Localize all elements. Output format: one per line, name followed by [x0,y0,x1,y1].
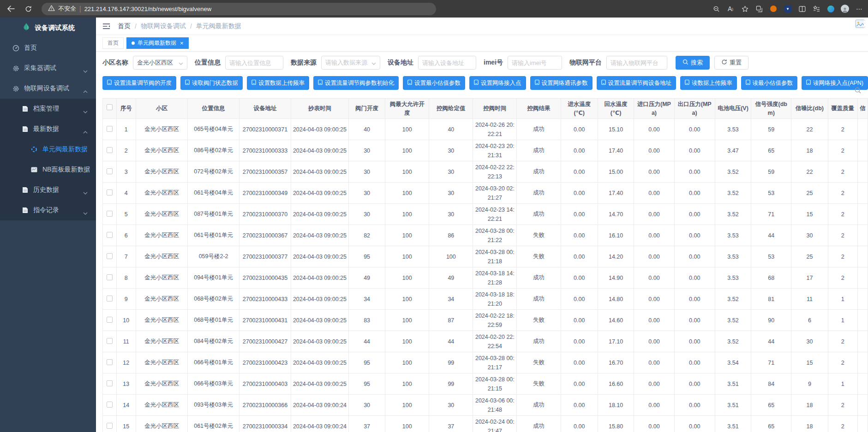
breadcrumb: 首页 / 物联网设备调试 / 单元阀最新数据 [118,22,241,30]
document-icon [21,125,29,133]
table-cell: 2024-04-03 09:00:25 [291,373,348,395]
action-button[interactable]: 设置流量调节阀设备地址 [597,76,676,90]
table-cell: 0.00 [561,183,598,204]
refresh-icon[interactable] [21,2,35,16]
copilot-icon[interactable] [826,5,835,13]
action-button[interactable]: 读最小估值参数 [741,76,798,90]
sidebar-item-unit-valve-latest[interactable]: 单元阀最新数据 [0,139,96,160]
profile-avatar[interactable] [841,5,849,13]
iot-platform-input[interactable] [606,56,667,70]
cell-checkbox [103,373,117,395]
table-wrap: 序号小区位置信息设备地址抄表时间阀门开度阀最大允许开度控阀给定值控阀时间控阀结果… [102,98,868,432]
row-checkbox[interactable] [107,253,113,259]
table-cell: 2 [828,225,857,246]
sidebar-collapse-icon[interactable] [102,23,110,30]
sidebar-item-latest-data[interactable]: 最新数据 [0,119,96,139]
table-cell: 金光小区西区 [136,289,188,310]
device-icon [685,79,689,87]
action-button[interactable]: 读数据上传频率 [680,76,737,90]
row-checkbox[interactable] [107,380,113,386]
row-checkbox[interactable] [107,147,113,153]
breadcrumb-item-home[interactable]: 首页 [118,22,131,30]
sidebar: 设备调试系统 首页 采集器调试 物联网设备调试 [0,18,96,432]
sidebar-item-collector-debug[interactable]: 采集器调试 [0,58,96,78]
sidebar-item-nb-panel-latest[interactable]: NB面板最新数据 [0,160,96,180]
cell-checkbox [103,140,117,161]
extension-tile-icon[interactable]: ▾ [784,5,792,13]
table-cell: 成功 [517,183,561,204]
action-button[interactable]: 设置数据上传频率 [247,76,309,90]
action-button[interactable]: 设置流量调节阀参数初始化 [313,76,399,90]
row-checkbox[interactable] [107,274,113,280]
device-address-input[interactable] [418,56,476,70]
select-all-checkbox[interactable] [107,104,113,110]
row-checkbox[interactable] [107,232,113,238]
collections-icon[interactable] [755,5,763,13]
row-checkbox[interactable] [107,168,113,174]
read-aloud-icon[interactable]: A) [726,5,735,13]
device-address-label: 设备地址 [388,59,413,67]
table-cell: 0.00 [634,395,674,416]
favorites-bar-icon[interactable] [812,5,820,13]
table-cell: 0.00 [674,310,715,331]
table-cell: 17.10 [598,331,634,352]
back-icon[interactable] [4,2,18,16]
header-cell: 小区 [136,99,188,119]
table-cell: 2024-04-03 09:00:24 [291,395,348,416]
table-cell: 59 [751,119,791,140]
content: 小区名称 金光小区西区 位置信息 数据来源 请输入数据来源 设备地址 imei号 [96,52,868,432]
table-cell: 30 [429,140,473,161]
row-checkbox[interactable] [107,317,113,323]
tab-unit-valve-latest[interactable]: 单元阀最新数据 × [126,37,189,49]
sidebar-item-iot-device-debug[interactable]: 物联网设备调试 [0,78,96,99]
row-checkbox[interactable] [107,189,113,195]
data-table: 序号小区位置信息设备地址抄表时间阀门开度阀最大允许开度控阀给定值控阀时间控阀结果… [102,98,868,432]
more-menu-icon[interactable]: ⋯ [855,5,863,13]
header-cell: 进口压力(MPa) [634,99,674,119]
table-search-icon[interactable] [854,87,862,96]
zoom-search-icon[interactable] [712,5,720,13]
table-cell: 27002310000423 [239,352,291,373]
favorites-star-icon[interactable] [741,5,749,13]
sidebar-item-home[interactable]: 首页 [0,38,96,58]
community-select[interactable]: 金光小区西区 [133,56,187,70]
action-button[interactable]: 设置流量调节阀的开度 [102,76,176,90]
table-cell: 27002310000403 [239,373,291,395]
table-cell: 094号楼01单元 [188,267,239,289]
search-button[interactable]: 搜索 [676,56,710,70]
sidebar-item-archive-management[interactable]: 档案管理 [0,99,96,119]
table-cell: 金光小区西区 [136,331,188,352]
row-checkbox[interactable] [107,211,113,217]
table-cell: 093号楼03单元 [188,395,239,416]
table-cell: 成功 [517,140,561,161]
action-button[interactable]: 设置最小估值参数 [403,76,465,90]
document-icon [21,207,29,214]
tab-home[interactable]: 首页 [102,37,124,49]
action-button[interactable]: 设置网络接入点 [469,76,526,90]
row-checkbox[interactable] [107,359,113,365]
row-checkbox[interactable] [107,423,113,429]
row-checkbox[interactable] [107,338,113,344]
row-checkbox[interactable] [107,296,113,302]
address-bar[interactable]: 不安全 | 221.214.176.147:30021/nb/newest/bi… [42,3,436,15]
location-input[interactable] [225,56,283,70]
action-button[interactable]: 读取阀门状态数据 [180,76,243,90]
row-checkbox[interactable] [107,402,113,408]
action-button[interactable]: 设置网络通讯参数 [530,76,593,90]
tab-close-icon[interactable]: × [180,40,184,46]
sidebar-item-command-records[interactable]: 指令记录 [0,200,96,220]
source-select[interactable]: 请输入数据来源 [321,56,380,70]
device-icon [806,79,811,87]
row-checkbox[interactable] [107,126,113,132]
table-cell: 0.00 [634,204,674,225]
imei-input[interactable] [508,56,562,70]
table-cell: 4 [116,183,136,204]
table-cell: 2024-04-03 09:00:25 [291,310,348,331]
table-cell: 0.00 [674,119,715,140]
reset-button[interactable]: 重置 [714,56,748,70]
split-screen-icon[interactable] [798,5,806,13]
table-cell: 22 [791,161,828,183]
extension-orange-icon[interactable] [769,5,778,13]
sidebar-item-history-data[interactable]: 历史数据 [0,180,96,200]
table-cell: 2 [828,140,857,161]
